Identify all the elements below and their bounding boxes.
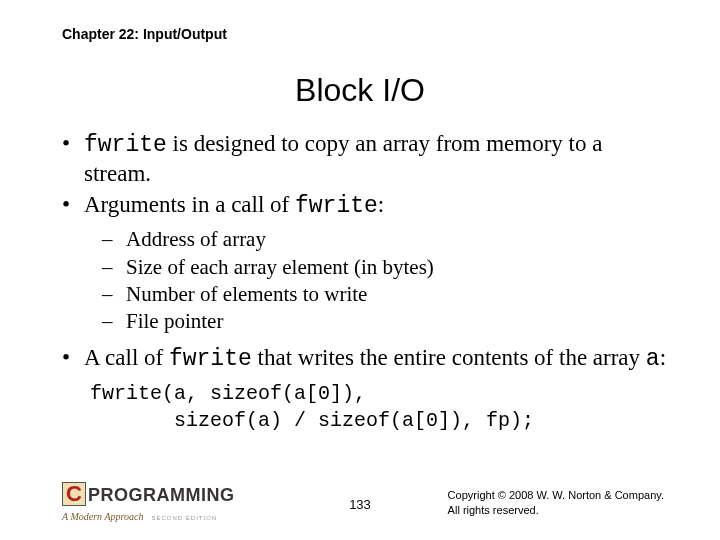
sub-bullet-text: Address of array	[126, 226, 670, 252]
bullet-text: A call of fwrite that writes the entire …	[84, 344, 670, 374]
sub-bullet-marker: –	[102, 226, 126, 252]
slide-content: • fwrite is designed to copy an array fr…	[62, 130, 670, 434]
sub-bullet-item: – Number of elements to write	[102, 281, 670, 307]
code-span: fwrite	[169, 346, 252, 372]
chapter-label: Chapter 22: Input/Output	[62, 26, 227, 42]
bullet-item: • fwrite is designed to copy an array fr…	[62, 130, 670, 189]
code-line: sizeof(a) / sizeof(a[0]), fp);	[90, 409, 534, 432]
sub-bullet-marker: –	[102, 281, 126, 307]
code-span: fwrite	[295, 193, 378, 219]
sub-bullet-text: Size of each array element (in bytes)	[126, 254, 670, 280]
slide-footer: C PROGRAMMING A Modern Approach SECOND E…	[0, 480, 720, 530]
sub-bullet-marker: –	[102, 308, 126, 334]
logo-edition: SECOND EDITION	[151, 515, 217, 521]
copyright-line: All rights reserved.	[448, 503, 664, 518]
bullet-marker: •	[62, 191, 84, 221]
code-span: a	[646, 346, 660, 372]
bullet-text: fwrite is designed to copy an array from…	[84, 130, 670, 189]
code-span: fwrite	[84, 132, 167, 158]
code-line: fwrite(a, sizeof(a[0]),	[90, 382, 366, 405]
sub-bullet-item: – Size of each array element (in bytes)	[102, 254, 670, 280]
bullet-marker: •	[62, 130, 84, 189]
bullet-marker: •	[62, 344, 84, 374]
bullet-item: • A call of fwrite that writes the entir…	[62, 344, 670, 374]
logo-subtitle: A Modern Approach	[62, 511, 143, 522]
slide-title: Block I/O	[0, 72, 720, 109]
sub-bullet-item: – Address of array	[102, 226, 670, 252]
sub-bullet-text: Number of elements to write	[126, 281, 670, 307]
bullet-text: Arguments in a call of fwrite:	[84, 191, 670, 221]
sub-bullet-text: File pointer	[126, 308, 670, 334]
copyright-line: Copyright © 2008 W. W. Norton & Company.	[448, 488, 664, 503]
code-block: fwrite(a, sizeof(a[0]), sizeof(a) / size…	[90, 380, 670, 434]
bullet-item: • Arguments in a call of fwrite:	[62, 191, 670, 221]
sub-bullet-marker: –	[102, 254, 126, 280]
sub-bullet-item: – File pointer	[102, 308, 670, 334]
sub-bullet-list: – Address of array – Size of each array …	[102, 226, 670, 334]
copyright-notice: Copyright © 2008 W. W. Norton & Company.…	[448, 488, 664, 518]
